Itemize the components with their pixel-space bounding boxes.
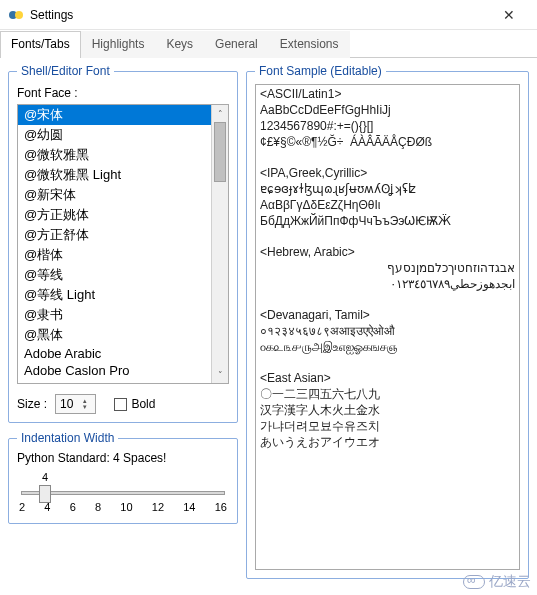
sample-line: <Hebrew, Arabic> bbox=[260, 245, 515, 260]
svg-point-1 bbox=[15, 11, 23, 19]
sample-line: <Devanagari, Tamil> bbox=[260, 308, 515, 323]
indent-section: Indentation Width Python Standard: 4 Spa… bbox=[8, 431, 238, 524]
sample-line: ०१२३४५६७८९अआइउएऐओऔ bbox=[260, 324, 515, 339]
font-sample-textarea[interactable]: <ASCII/Latin1>AaBbCcDdEeFfGgHhIiJj123456… bbox=[255, 84, 520, 570]
scale-track[interactable] bbox=[21, 491, 225, 495]
size-row: Size : 10 ▴▾ Bold bbox=[17, 394, 229, 414]
list-item[interactable]: @等线 bbox=[18, 265, 211, 285]
sample-line: <IPA,Greek,Cyrillic> bbox=[260, 166, 515, 181]
tab-extensions[interactable]: Extensions bbox=[269, 31, 350, 58]
bold-label: Bold bbox=[131, 397, 155, 411]
close-icon[interactable]: ✕ bbox=[489, 7, 529, 23]
sample-line: ¢£¥§©«®¶½Ğ÷ ÁÀÂÃÄÅÇÐØß bbox=[260, 135, 515, 150]
tick: 4 bbox=[44, 501, 50, 513]
font-legend: Shell/Editor Font bbox=[17, 64, 114, 78]
list-item[interactable]: @黑体 bbox=[18, 325, 211, 345]
sample-line: ΑαΒβΓγΔδΕεΖζΗηΘθΙι bbox=[260, 198, 515, 213]
font-face-label: Font Face : bbox=[17, 86, 229, 100]
indent-legend: Indentation Width bbox=[17, 431, 118, 445]
size-value: 10 bbox=[60, 397, 73, 411]
checkbox-box-icon[interactable] bbox=[114, 398, 127, 411]
list-item[interactable]: Adobe Caslon Pro bbox=[18, 362, 211, 379]
title-bar: Settings ✕ bbox=[0, 0, 537, 30]
scale-labels: 2 4 6 8 10 12 14 16 bbox=[17, 501, 229, 513]
font-fieldset: Shell/Editor Font Font Face : @宋体 @幼圆 @微… bbox=[8, 64, 238, 423]
sample-line: ابجدهوزحطي٠١٢٣٤٥٦٧٨٩ bbox=[260, 277, 515, 292]
sample-legend: Font Sample (Editable) bbox=[255, 64, 386, 78]
tick: 14 bbox=[183, 501, 195, 513]
list-item[interactable]: @隶书 bbox=[18, 305, 211, 325]
list-item[interactable]: @宋体 bbox=[18, 105, 211, 125]
tick: 2 bbox=[19, 501, 25, 513]
tick: 8 bbox=[95, 501, 101, 513]
list-item[interactable]: @方正姚体 bbox=[18, 205, 211, 225]
size-spinbox[interactable]: 10 ▴▾ bbox=[55, 394, 96, 414]
sample-line: БбДдЖжЙйПпФфЧчЪъЭэѠѤѬӜ bbox=[260, 214, 515, 229]
list-item[interactable]: @等线 Light bbox=[18, 285, 211, 305]
font-list[interactable]: @宋体 @幼圆 @微软雅黑 @微软雅黑 Light @新宋体 @方正姚体 @方正… bbox=[18, 105, 211, 383]
sample-line: ɐɕɘɞɟɤɫɮɰɷɻʁʃʉʊʍʎʘʝʞʢʫ bbox=[260, 182, 515, 197]
list-item[interactable]: @方正舒体 bbox=[18, 225, 211, 245]
list-item[interactable]: Adobe Caslon Pro Bold bbox=[18, 379, 211, 383]
tab-keys[interactable]: Keys bbox=[155, 31, 204, 58]
sample-line: <East Asian> bbox=[260, 371, 515, 386]
app-icon bbox=[8, 7, 24, 23]
size-label: Size : bbox=[17, 397, 47, 411]
list-item[interactable]: @幼圆 bbox=[18, 125, 211, 145]
tick: 16 bbox=[215, 501, 227, 513]
tab-general[interactable]: General bbox=[204, 31, 269, 58]
scroll-track[interactable] bbox=[212, 122, 228, 366]
tick: 6 bbox=[70, 501, 76, 513]
list-item[interactable]: @微软雅黑 bbox=[18, 145, 211, 165]
indent-text: Python Standard: 4 Spaces! bbox=[17, 451, 229, 465]
indent-fieldset: Indentation Width Python Standard: 4 Spa… bbox=[8, 431, 238, 524]
tab-highlights[interactable]: Highlights bbox=[81, 31, 156, 58]
list-item[interactable]: @新宋体 bbox=[18, 185, 211, 205]
sample-line: <ASCII/Latin1> bbox=[260, 87, 515, 102]
tab-bar: Fonts/Tabs Highlights Keys General Exten… bbox=[0, 30, 537, 58]
tab-fonts[interactable]: Fonts/Tabs bbox=[0, 31, 81, 58]
sample-line: ௦௧௨௩௪௫அஇஉஎஐஓகஙசஞ bbox=[260, 340, 515, 355]
list-item[interactable]: Adobe Arabic bbox=[18, 345, 211, 362]
list-item[interactable]: @微软雅黑 Light bbox=[18, 165, 211, 185]
bold-checkbox[interactable]: Bold bbox=[114, 397, 155, 411]
cloud-icon bbox=[463, 575, 485, 589]
window-title: Settings bbox=[30, 8, 489, 22]
left-column: Shell/Editor Font Font Face : @宋体 @幼圆 @微… bbox=[8, 64, 238, 587]
scale-value: 4 bbox=[35, 471, 55, 483]
tick: 10 bbox=[120, 501, 132, 513]
sample-line: 가냐더려모뵤수유즈치 bbox=[260, 419, 515, 434]
watermark-text: 亿速云 bbox=[489, 573, 531, 591]
content-area: Shell/Editor Font Font Face : @宋体 @幼圆 @微… bbox=[0, 58, 537, 595]
sample-fieldset: Font Sample (Editable) <ASCII/Latin1>AaB… bbox=[246, 64, 529, 579]
watermark: 亿速云 bbox=[463, 573, 531, 591]
tick: 12 bbox=[152, 501, 164, 513]
sample-line: אבגדהוזחטיךכלםמןנסעף bbox=[260, 261, 515, 276]
scroll-thumb[interactable] bbox=[214, 122, 226, 182]
sample-line: 1234567890#:+=(){}[] bbox=[260, 119, 515, 134]
indent-scale[interactable]: 4 2 4 6 8 10 12 14 16 bbox=[17, 471, 229, 515]
spin-arrows-icon[interactable]: ▴▾ bbox=[79, 398, 91, 410]
sample-line: 汉字漢字人木火土金水 bbox=[260, 403, 515, 418]
listbox-scrollbar[interactable]: ˄ ˅ bbox=[211, 105, 228, 383]
right-column: Font Sample (Editable) <ASCII/Latin1>AaB… bbox=[246, 64, 529, 587]
sample-line: AaBbCcDdEeFfGgHhIiJj bbox=[260, 103, 515, 118]
scroll-down-icon[interactable]: ˅ bbox=[212, 366, 228, 383]
sample-line: 〇一二三四五六七八九 bbox=[260, 387, 515, 402]
scroll-up-icon[interactable]: ˄ bbox=[212, 105, 228, 122]
list-item[interactable]: @楷体 bbox=[18, 245, 211, 265]
font-listbox[interactable]: @宋体 @幼圆 @微软雅黑 @微软雅黑 Light @新宋体 @方正姚体 @方正… bbox=[17, 104, 229, 384]
sample-line: あいうえおアイウエオ bbox=[260, 435, 515, 450]
